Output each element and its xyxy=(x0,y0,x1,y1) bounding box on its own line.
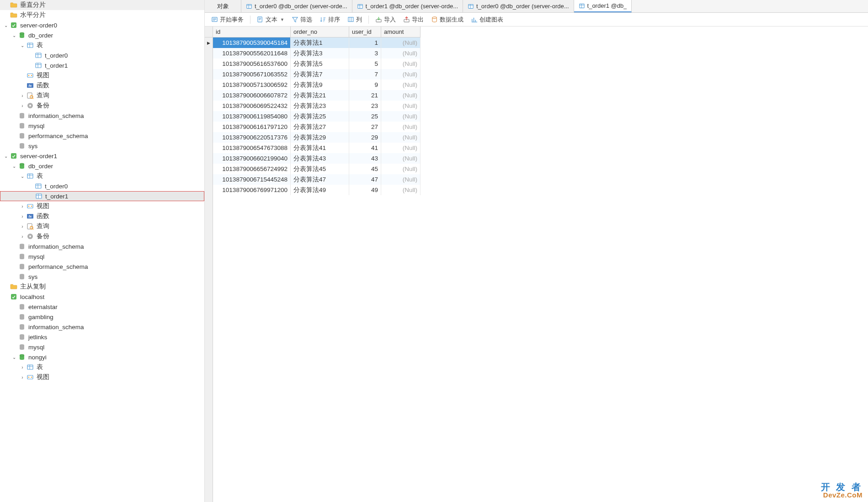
tree-item-sys[interactable]: sys xyxy=(0,272,204,282)
table-row[interactable]: 1013879006769971200分表算法4949(Null) xyxy=(213,185,421,195)
cell-id[interactable]: 1013879006602199040 xyxy=(213,153,291,164)
cell-on[interactable]: 分表算法3 xyxy=(291,48,349,59)
table-row[interactable]: 1013879006547673088分表算法4141(Null) xyxy=(213,143,421,153)
begin-transaction-button[interactable]: 开始事务 xyxy=(208,15,246,25)
connection-tree[interactable]: 垂直分片水平分片⌄server-order0⌄db_order⌄表t_order… xyxy=(0,0,205,502)
cell-on[interactable]: 分表算法25 xyxy=(291,111,349,122)
cell-uid[interactable]: 43 xyxy=(349,153,381,164)
tree-item-t-order1[interactable]: t_order1 xyxy=(0,191,204,201)
cell-amount[interactable]: (Null) xyxy=(381,185,421,195)
chevron-right-icon[interactable]: › xyxy=(19,233,26,240)
row-marker[interactable] xyxy=(205,164,213,174)
row-marker[interactable] xyxy=(205,174,213,185)
tab[interactable]: t_order1 @db_ xyxy=(574,0,632,12)
cell-id[interactable]: 1013879005562011648 xyxy=(213,48,291,59)
tree-item-t-order0[interactable]: t_order0 xyxy=(0,50,204,60)
chevron-down-icon[interactable]: ⌄ xyxy=(19,173,26,179)
filter-button[interactable]: 筛选 xyxy=(289,15,315,25)
table-row[interactable]: 1013879006656724992分表算法4545(Null) xyxy=(213,164,421,174)
cell-on[interactable]: 分表算法7 xyxy=(291,69,349,80)
cell-amount[interactable]: (Null) xyxy=(381,101,421,111)
table-row[interactable]: 1013879006161797120分表算法2727(Null) xyxy=(213,122,421,132)
row-marker[interactable] xyxy=(205,90,213,101)
cell-amount[interactable]: (Null) xyxy=(381,164,421,174)
tree-item---[interactable]: ›fx函数 xyxy=(0,211,204,221)
cell-on[interactable]: 分表算法21 xyxy=(291,90,349,101)
tab[interactable]: 对象 xyxy=(205,0,241,12)
tree-item---[interactable]: ›查询 xyxy=(0,91,204,101)
cell-amount[interactable]: (Null) xyxy=(381,59,421,69)
table-row[interactable]: 1013879006069522432分表算法2323(Null) xyxy=(213,101,421,111)
cell-on[interactable]: 分表算法45 xyxy=(291,164,349,174)
cell-id[interactable]: 1013879005390045184 xyxy=(213,37,291,48)
tree-item--[interactable]: ›表 xyxy=(0,362,204,372)
cell-uid[interactable]: 41 xyxy=(349,143,381,153)
cell-uid[interactable]: 7 xyxy=(349,69,381,80)
tree-item---[interactable]: ›查询 xyxy=(0,221,204,231)
chevron-right-icon[interactable]: › xyxy=(19,223,26,230)
tree-item-mysql[interactable]: mysql xyxy=(0,251,204,262)
cell-uid[interactable]: 27 xyxy=(349,122,381,132)
cell-id[interactable]: 1013879005671063552 xyxy=(213,69,291,80)
cell-id[interactable]: 1013879006715445248 xyxy=(213,174,291,185)
tree-item-----[interactable]: 垂直分片 xyxy=(0,0,204,10)
import-button[interactable]: 导入 xyxy=(373,15,399,25)
tree-item-jetlinks[interactable]: jetlinks xyxy=(0,332,204,342)
tree-item-mysql[interactable]: mysql xyxy=(0,342,204,352)
row-marker[interactable] xyxy=(205,153,213,164)
cell-amount[interactable]: (Null) xyxy=(381,122,421,132)
tree-item--[interactable]: ⌄表 xyxy=(0,40,204,50)
chevron-right-icon[interactable]: › xyxy=(19,374,26,380)
cell-amount[interactable]: (Null) xyxy=(381,37,421,48)
tree-item-nongyi[interactable]: ⌄nongyi xyxy=(0,352,204,362)
tab[interactable]: t_order1 @db_order (server-orde... xyxy=(352,0,463,12)
tree-item---[interactable]: fx函数 xyxy=(0,80,204,91)
cell-on[interactable]: 分表算法41 xyxy=(291,143,349,153)
cell-on[interactable]: 分表算法47 xyxy=(291,174,349,185)
cell-on[interactable]: 分表算法5 xyxy=(291,59,349,69)
cell-on[interactable]: 分表算法9 xyxy=(291,80,349,90)
cell-on[interactable]: 分表算法23 xyxy=(291,101,349,111)
tree-item-sys[interactable]: sys xyxy=(0,141,204,151)
chevron-down-icon[interactable]: ⌄ xyxy=(3,22,9,28)
tree-item-db-order[interactable]: ⌄db_order xyxy=(0,30,204,40)
tree-item-----[interactable]: 水平分片 xyxy=(0,10,204,20)
table-row[interactable]: 1013879005616537600分表算法55(Null) xyxy=(213,59,421,69)
cell-uid[interactable]: 21 xyxy=(349,90,381,101)
cell-uid[interactable]: 25 xyxy=(349,111,381,122)
cell-id[interactable]: 1013879006656724992 xyxy=(213,164,291,174)
column-order-no[interactable]: order_no xyxy=(291,27,349,37)
tree-item---[interactable]: ›备份 xyxy=(0,231,204,241)
cell-uid[interactable]: 1 xyxy=(349,37,381,48)
tree-item-information-schema[interactable]: information_schema xyxy=(0,111,204,121)
tree-item-information-schema[interactable]: information_schema xyxy=(0,322,204,332)
sort-button[interactable]: 排序 xyxy=(317,15,343,25)
chevron-down-icon[interactable]: ⌄ xyxy=(11,354,17,360)
row-marker[interactable] xyxy=(205,101,213,111)
table-row[interactable]: 1013879006119854080分表算法2525(Null) xyxy=(213,111,421,122)
cell-id[interactable]: 1013879006547673088 xyxy=(213,143,291,153)
tree-item---[interactable]: 视图 xyxy=(0,70,204,80)
tree-item---[interactable]: ›备份 xyxy=(0,101,204,111)
cell-amount[interactable]: (Null) xyxy=(381,80,421,90)
tree-item-information-schema[interactable]: information_schema xyxy=(0,241,204,251)
tree-item-t-order1[interactable]: t_order1 xyxy=(0,60,204,70)
cell-on[interactable]: 分表算法49 xyxy=(291,185,349,195)
tree-item-gambling[interactable]: gambling xyxy=(0,312,204,322)
row-marker[interactable] xyxy=(205,143,213,153)
cell-uid[interactable]: 3 xyxy=(349,48,381,59)
tree-item-localhost[interactable]: localhost xyxy=(0,292,204,302)
row-marker[interactable] xyxy=(205,185,213,195)
chevron-right-icon[interactable]: › xyxy=(19,92,26,99)
tree-item---[interactable]: ›视图 xyxy=(0,201,204,211)
tab[interactable]: t_order0 @db_order (server-orde... xyxy=(463,0,574,12)
column-id[interactable]: id xyxy=(213,27,291,37)
cell-amount[interactable]: (Null) xyxy=(381,69,421,80)
table-row[interactable]: 1013879005562011648分表算法33(Null) xyxy=(213,48,421,59)
tree-item-eternalstar[interactable]: eternalstar xyxy=(0,302,204,312)
chevron-down-icon[interactable]: ⌄ xyxy=(11,32,17,38)
tree-item--[interactable]: ⌄表 xyxy=(0,171,204,181)
chart-button[interactable]: 创建图表 xyxy=(468,15,506,25)
cell-id[interactable]: 1013879005713006592 xyxy=(213,80,291,90)
row-marker[interactable] xyxy=(205,122,213,132)
